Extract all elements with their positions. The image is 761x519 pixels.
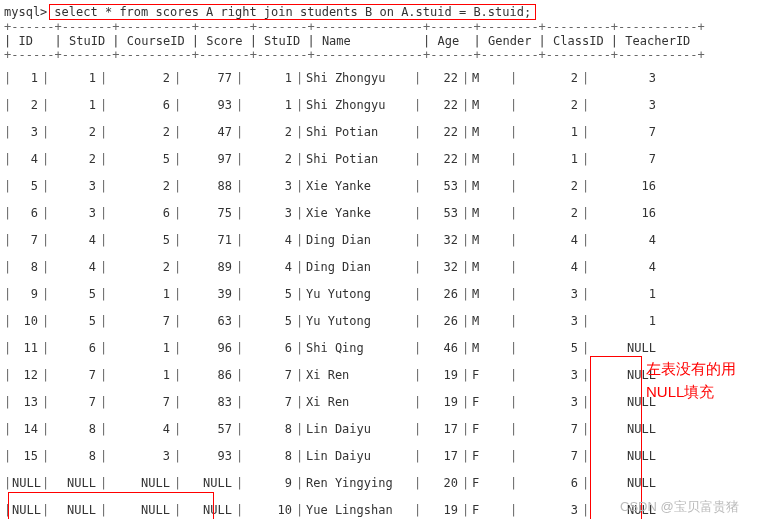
cell-gender: M (470, 71, 510, 85)
cell-age: 22 (422, 125, 462, 139)
cell-stuid2: 2 (244, 152, 296, 166)
cell-classid: 2 (518, 71, 582, 85)
cell-stuid: 1 (50, 98, 100, 112)
table-row: |14|8|4|57|8|Lin Daiyu|17|F|7|NULL (4, 415, 757, 442)
cell-age: 26 (422, 314, 462, 328)
table-row: |4|2|5|97|2|Shi Potian|22|M|1|7 (4, 145, 757, 172)
cell-id: 14 (12, 422, 42, 436)
cell-score: NULL (182, 476, 236, 490)
cell-gender: M (470, 152, 510, 166)
cell-id: 7 (12, 233, 42, 247)
cell-stuid2: 2 (244, 125, 296, 139)
cell-age: 22 (422, 152, 462, 166)
mysql-prompt: mysql> (4, 5, 47, 19)
cell-score: 93 (182, 98, 236, 112)
cell-age: 17 (422, 449, 462, 463)
cell-score: 86 (182, 368, 236, 382)
cell-teacherid: NULL (590, 341, 660, 355)
cell-id: 13 (12, 395, 42, 409)
table-row: |10|5|7|63|5|Yu Yutong|26|M|3|1 (4, 307, 757, 334)
cell-courseid: 2 (108, 179, 174, 193)
cell-gender: M (470, 341, 510, 355)
cell-age: 19 (422, 368, 462, 382)
cell-score: 83 (182, 395, 236, 409)
cell-stuid: 5 (50, 287, 100, 301)
cell-name: Xie Yanke (304, 179, 414, 193)
cell-age: 32 (422, 260, 462, 274)
cell-courseid: 3 (108, 449, 174, 463)
cell-classid: 7 (518, 449, 582, 463)
cell-stuid2: 10 (244, 503, 296, 517)
cell-name: Shi Zhongyu (304, 71, 414, 85)
cell-name: Yu Yutong (304, 287, 414, 301)
cell-teacherid: 1 (590, 314, 660, 328)
sql-query: select * from scores A right join studen… (54, 5, 531, 19)
cell-name: Yu Yutong (304, 314, 414, 328)
cell-courseid: 1 (108, 287, 174, 301)
cell-age: 20 (422, 476, 462, 490)
cell-name: Shi Qing (304, 341, 414, 355)
cell-stuid2: 5 (244, 287, 296, 301)
cell-age: 53 (422, 206, 462, 220)
cell-courseid: 6 (108, 206, 174, 220)
cell-courseid: 7 (108, 314, 174, 328)
cell-classid: 3 (518, 314, 582, 328)
cell-classid: 6 (518, 476, 582, 490)
cell-teacherid: 7 (590, 125, 660, 139)
cell-id: 2 (12, 98, 42, 112)
cell-id: 10 (12, 314, 42, 328)
cell-courseid: 2 (108, 260, 174, 274)
table-row: |12|7|1|86|7|Xi Ren|19|F|3|NULL (4, 361, 757, 388)
cell-stuid: 4 (50, 260, 100, 274)
cell-score: 57 (182, 422, 236, 436)
sql-query-box: select * from scores A right join studen… (49, 4, 536, 20)
cell-gender: M (470, 260, 510, 274)
cell-score: 97 (182, 152, 236, 166)
highlight-null-rows (8, 492, 214, 519)
cell-stuid2: 6 (244, 341, 296, 355)
cell-age: 17 (422, 422, 462, 436)
cell-id: 12 (12, 368, 42, 382)
cell-gender: M (470, 206, 510, 220)
cell-gender: M (470, 314, 510, 328)
cell-stuid2: 1 (244, 71, 296, 85)
cell-teacherid: 16 (590, 206, 660, 220)
cell-name: Ding Dian (304, 260, 414, 274)
cell-id: 11 (12, 341, 42, 355)
cell-classid: 4 (518, 260, 582, 274)
cell-gender: M (470, 287, 510, 301)
cell-classid: 3 (518, 395, 582, 409)
cell-classid: 3 (518, 287, 582, 301)
cell-courseid: 1 (108, 368, 174, 382)
cell-age: 22 (422, 71, 462, 85)
cell-age: 19 (422, 395, 462, 409)
table-row: |9|5|1|39|5|Yu Yutong|26|M|3|1 (4, 280, 757, 307)
table-row: |6|3|6|75|3|Xie Yanke|53|M|2|16 (4, 199, 757, 226)
cell-name: Yue Lingshan (304, 503, 414, 517)
table-row: |5|3|2|88|3|Xie Yanke|53|M|2|16 (4, 172, 757, 199)
cell-gender: M (470, 98, 510, 112)
table-body: |1|1|2|77|1|Shi Zhongyu|22|M|2|3|2|1|6|9… (4, 64, 757, 519)
cell-courseid: 4 (108, 422, 174, 436)
cell-id: 8 (12, 260, 42, 274)
cell-courseid: 2 (108, 125, 174, 139)
cell-name: Lin Daiyu (304, 422, 414, 436)
cell-gender: M (470, 233, 510, 247)
cell-gender: M (470, 179, 510, 193)
cell-age: 32 (422, 233, 462, 247)
cell-score: 39 (182, 287, 236, 301)
cell-teacherid: 7 (590, 152, 660, 166)
table-row: |3|2|2|47|2|Shi Potian|22|M|1|7 (4, 118, 757, 145)
cell-score: 89 (182, 260, 236, 274)
table-row: |7|4|5|71|4|Ding Dian|32|M|4|4 (4, 226, 757, 253)
cell-name: Shi Zhongyu (304, 98, 414, 112)
cell-gender: F (470, 368, 510, 382)
cell-teacherid: 16 (590, 179, 660, 193)
cell-classid: 2 (518, 179, 582, 193)
cell-classid: 4 (518, 233, 582, 247)
table-row: |1|1|2|77|1|Shi Zhongyu|22|M|2|3 (4, 64, 757, 91)
cell-courseid: 5 (108, 233, 174, 247)
cell-classid: 2 (518, 206, 582, 220)
cell-classid: 1 (518, 152, 582, 166)
cell-teacherid: 3 (590, 71, 660, 85)
